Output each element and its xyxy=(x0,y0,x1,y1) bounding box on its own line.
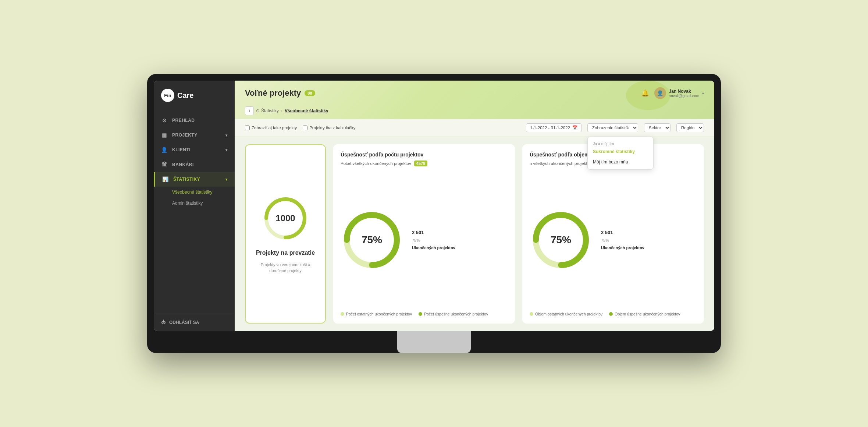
dropdown-section-label: Ja a môj tím xyxy=(588,139,653,147)
dropdown-item-sukromne[interactable]: Súkromné štatistiky xyxy=(588,147,653,157)
breadcrumb-separator: › xyxy=(281,108,282,113)
header-decoration xyxy=(626,81,670,110)
submenu-vseobecne[interactable]: Všeobecné štatistiky xyxy=(172,187,235,198)
legend-item-success: Počet úspešne ukončených projektov xyxy=(419,312,488,316)
breadcrumb-back-button[interactable]: ‹ xyxy=(245,106,254,115)
sidebar-item-bankari[interactable]: 🏛 BANKÁRI xyxy=(154,157,235,172)
user-name-col: Jan Novak novak@gmail.com xyxy=(669,89,699,98)
submenu-admin[interactable]: Admin štatistiky xyxy=(172,198,235,209)
calculator-checkbox[interactable] xyxy=(303,126,307,130)
chart-count-donut: 75% xyxy=(341,209,403,271)
legend-volume-pct: 75% xyxy=(601,238,609,243)
sidebar-item-statistiky[interactable]: 📊 ŠTATISTIKY ▾ xyxy=(154,172,235,187)
legend-num-row: 2 501 xyxy=(412,230,455,235)
chart-volume-card: Úspešnosť podľa objemu n všetkých ukonče… xyxy=(522,144,704,324)
sidebar-item-prehad[interactable]: ⊙ PREHĽAD xyxy=(154,113,235,128)
logo-text: Care xyxy=(177,91,193,100)
chart-count-card: Úspešnosť podľa počtu projektov Počet vš… xyxy=(333,144,515,324)
project-donut: 1000 xyxy=(262,194,309,242)
legend-volume-label: Ukončených projektov xyxy=(601,246,644,250)
monitor-frame: Fin Care ⊙ PREHĽAD ▦ PROJEKTY ▾ 👤 xyxy=(147,74,721,353)
date-range-picker[interactable]: 1-1-2022 - 31-1-2022 📅 xyxy=(526,123,581,132)
legend-count-pct: 75% xyxy=(412,238,420,243)
chart-count-badge: 4578 xyxy=(414,160,427,166)
calendar-icon: 📅 xyxy=(572,125,577,130)
logout-icon: ⏻ xyxy=(161,320,166,325)
sidebar-bottom: ⏻ ODHLÁSIŤ SA xyxy=(154,314,235,331)
sidebar-logo: Fin Care xyxy=(154,81,235,109)
main-header: Voľné projekty 88 🔔 👤 Jan Novak novak@gm… xyxy=(235,81,714,119)
chart-count-donut-area: 75% 2 501 75% Ukončených projektov xyxy=(341,172,508,307)
calculator-filter[interactable]: Projekty iba z kalkulačky xyxy=(303,126,355,130)
statistiky-submenu: Všeobecné štatistiky Admin štatistiky xyxy=(154,187,235,209)
breadcrumb-current: Všeobecné štatistiky xyxy=(285,108,328,113)
page-title: Voľné projekty xyxy=(245,88,301,98)
chart-count-legend: 2 501 75% Ukončených projektov xyxy=(412,230,455,250)
legend-item-other: Počet ostatných ukončených projektov xyxy=(341,312,412,316)
prehad-icon: ⊙ xyxy=(161,117,168,123)
sidebar-nav: ⊙ PREHĽAD ▦ PROJEKTY ▾ 👤 KLIENTI ▾ 🏛 BAN… xyxy=(154,109,235,314)
filters-bar: Zobraziť aj fake projekty Projekty iba z… xyxy=(235,119,714,137)
statistiky-arrow: ▾ xyxy=(225,177,228,181)
projekty-icon: ▦ xyxy=(161,132,168,138)
user-email: novak@gmail.com xyxy=(669,94,699,98)
view-dropdown: Ja a môj tím Súkromné štatistiky Môj tím… xyxy=(587,137,654,170)
monitor-stand xyxy=(397,331,471,353)
logout-button[interactable]: ⏻ ODHLÁSIŤ SA xyxy=(161,320,227,325)
klienti-icon: 👤 xyxy=(161,147,168,153)
volume-legend-dot-success xyxy=(609,312,613,316)
sector-select[interactable]: Sektor xyxy=(644,123,670,132)
chart-volume-donut: 75% xyxy=(530,209,592,271)
view-select[interactable]: Zobrazenie štatistík xyxy=(587,123,638,132)
main-content: Voľné projekty 88 🔔 👤 Jan Novak novak@gm… xyxy=(235,81,714,331)
breadcrumb-home-icon: ⊙ xyxy=(256,108,260,113)
statistiky-icon: 📊 xyxy=(162,176,169,182)
chart-volume-donut-area: 75% 2 501 75% Ukončených projektov xyxy=(530,172,697,307)
legend-dot-other xyxy=(341,312,344,316)
view-select-wrap: Zobrazenie štatistík Ja a môj tím Súkrom… xyxy=(587,123,638,132)
legend-volume-num: 2 501 xyxy=(601,230,613,235)
count-donut-pct: 75% xyxy=(362,234,382,246)
chart-count-info-row: Počet všetkých ukončených projektov 4578 xyxy=(341,160,508,166)
legend-count-label: Ukončených projektov xyxy=(412,246,455,250)
chart-count-legend-bottom: Počet ostatných ukončených projektov Poč… xyxy=(341,312,508,316)
user-name: Jan Novak xyxy=(669,89,699,94)
volume-legend-dot-other xyxy=(530,312,533,316)
dropdown-item-tym[interactable]: Môj tím bezo mňa xyxy=(588,157,653,167)
chart-count-title: Úspešnosť podľa počtu projektov xyxy=(341,152,508,158)
page-title-row: Voľné projekty 88 xyxy=(245,88,315,98)
fake-projects-filter[interactable]: Zobraziť aj fake projekty xyxy=(245,126,297,130)
klienti-arrow: ▾ xyxy=(225,148,228,152)
sidebar-item-klienti[interactable]: 👤 KLIENTI ▾ xyxy=(154,142,235,157)
fake-projects-checkbox[interactable] xyxy=(245,126,250,130)
legend-count-num: 2 501 xyxy=(412,230,424,235)
sidebar: Fin Care ⊙ PREHĽAD ▦ PROJEKTY ▾ 👤 xyxy=(154,81,235,331)
monitor-screen: Fin Care ⊙ PREHĽAD ▦ PROJEKTY ▾ 👤 xyxy=(154,81,714,331)
chart-volume-legend: 2 501 75% Ukončených projektov xyxy=(601,230,644,250)
volume-legend-item-success: Objem úspešne ukončených projektov xyxy=(609,312,680,316)
bankari-icon: 🏛 xyxy=(161,162,168,167)
user-chevron-icon: ▾ xyxy=(702,91,704,95)
project-card-subtitle: Projekty vo verejnom koši a doručené pro… xyxy=(253,262,318,274)
project-count: 1000 xyxy=(275,213,295,223)
breadcrumb-home[interactable]: ⊙ Štatistiky xyxy=(256,108,279,113)
projekty-arrow: ▾ xyxy=(225,133,228,137)
legend-dot-success xyxy=(419,312,422,316)
project-card: 1000 Projekty na prevzatie Projekty vo v… xyxy=(245,144,326,324)
project-card-title: Projekty na prevzatie xyxy=(256,250,315,256)
page-badge: 88 xyxy=(305,90,315,96)
chart-volume-legend-bottom: Objem ostatných ukončených projektov Obj… xyxy=(530,312,697,316)
volume-donut-pct: 75% xyxy=(551,234,571,246)
region-select[interactable]: Región xyxy=(676,123,704,132)
volume-legend-item-other: Objem ostatných ukončených projektov xyxy=(530,312,602,316)
sidebar-item-projekty[interactable]: ▦ PROJEKTY ▾ xyxy=(154,128,235,142)
logo-icon: Fin xyxy=(161,89,174,102)
